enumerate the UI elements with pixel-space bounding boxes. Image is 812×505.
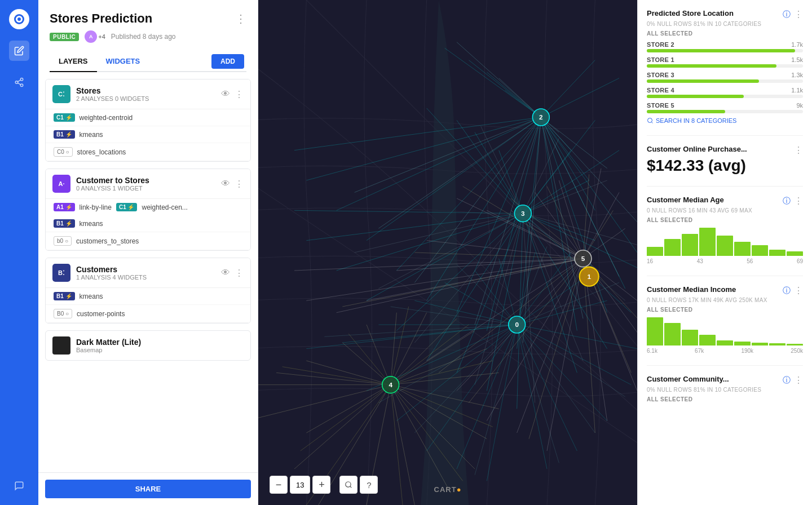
divider: [647, 276, 803, 276]
map-svg: 2 3 5 1 0 4: [258, 0, 637, 505]
widget-menu-icon-community[interactable]: ⋮: [794, 375, 803, 386]
layer-header-customer-to-stores: A· Customer to Stores 0 ANALYSIS 1 WIDGE…: [46, 169, 250, 198]
analysis-badge-b1-2: B1 ⚡: [54, 219, 75, 228]
layer-visibility-icon-stores[interactable]: 👁: [221, 89, 230, 99]
analysis-item: C1 ⚡ weighted-centroid: [46, 109, 250, 126]
nav-share-icon[interactable]: [9, 72, 29, 92]
analysis-row-double: A1 ⚡ link-by-line C1 ⚡ weighted-cen...: [46, 199, 250, 215]
widget-title-income: Customer Median Income: [647, 285, 736, 294]
layer-icon-customer-to-stores: A·: [52, 175, 70, 193]
search-categories-button[interactable]: SEARCH IN 8 CATEGORIES: [647, 117, 803, 124]
nav-edit-icon[interactable]: [9, 41, 29, 61]
widget-stats-predicted: 0% NULL ROWS 81% IN 10 CATEGORIES: [647, 21, 803, 27]
map-area[interactable]: 2 3 5 1 0 4 − 13 + ? CART●: [258, 0, 637, 505]
analysis-badge-c1-2: C1 ⚡: [116, 203, 138, 211]
add-button[interactable]: ADD: [211, 54, 244, 69]
widget-stats-age: 0 NULL ROWS 16 MIN 43 AVG 69 MAX: [647, 207, 803, 214]
cat-label: STORE 5: [647, 102, 674, 109]
analysis-items-stores: C1 ⚡ weighted-centroid B1 ⚡ kmeans C0 ○ …: [46, 109, 250, 161]
svg-point-4: [15, 81, 18, 84]
layer-sub-customers: 1 ANALYSIS 4 WIDGETS: [76, 274, 215, 281]
analysis-name: link-by-line: [80, 203, 112, 211]
analysis-name: weighted-centroid: [80, 114, 133, 122]
layer-icon-customers: B⁚: [52, 264, 70, 282]
widget-info-icon-community[interactable]: ⓘ: [783, 375, 791, 386]
divider: [647, 365, 803, 366]
layer-menu-icon-customers[interactable]: ⋮: [235, 268, 244, 278]
widget-stats-community: 0% NULL ROWS 81% IN 10 CATEGORIES: [647, 387, 803, 393]
map-controls: − 13 + ?: [270, 476, 378, 494]
publish-time: Published 8 days ago: [111, 33, 176, 41]
analysis-badge-b1-3: B1 ⚡: [54, 292, 75, 300]
cat-label: STORE 1: [647, 56, 674, 63]
hist-bar: [717, 236, 733, 256]
widget-customer-community: Customer Community... ⓘ ⋮ 0% NULL ROWS 8…: [647, 375, 803, 402]
svg-point-187: [346, 482, 351, 487]
layer-menu-icon-customer-to-stores[interactable]: ⋮: [235, 179, 244, 189]
hist-bar: [734, 342, 751, 346]
analysis-name: customers_to_stores: [76, 237, 139, 245]
hist-bar: [647, 247, 663, 256]
layer-visibility-icon-customer-to-stores[interactable]: 👁: [221, 179, 230, 189]
widget-menu-icon-age[interactable]: ⋮: [794, 196, 803, 206]
tab-widgets[interactable]: WIDGETS: [97, 52, 149, 72]
hist-bar: [717, 340, 733, 346]
widget-selected-income: ALL SELECTED: [647, 307, 803, 313]
layer-sub-stores: 2 ANALYSES 0 WIDGETS: [76, 95, 215, 102]
widget-selected-predicted: ALL SELECTED: [647, 30, 803, 37]
layers-list: C⁚ Stores 2 ANALYSES 0 WIDGETS 👁 ⋮ C1 ⚡ …: [38, 72, 258, 472]
category-bar-store1: STORE 1 1.5k: [647, 56, 803, 68]
analysis-badge-a1: A1 ⚡: [54, 203, 75, 211]
widget-info-icon-income[interactable]: ⓘ: [783, 286, 791, 296]
basemap-title: Dark Matter (Lite): [76, 338, 244, 347]
analysis-name: customer-points: [77, 310, 125, 318]
hist-bar: [699, 335, 716, 345]
zoom-out-button[interactable]: −: [270, 476, 288, 494]
map-search-button[interactable]: [339, 476, 358, 494]
layer-title-stores: Stores: [76, 86, 215, 95]
hist-bar: [647, 317, 663, 345]
nav-chat-icon[interactable]: [9, 476, 29, 496]
hist-bar: [682, 234, 698, 256]
basemap-card: Dark Matter (Lite) Basemap: [45, 330, 251, 361]
hist-bar: [734, 242, 751, 256]
layer-title-customers: Customers: [76, 265, 215, 274]
svg-text:4: 4: [389, 381, 392, 388]
svg-line-6: [17, 83, 20, 85]
title-menu-icon[interactable]: ⋮: [235, 12, 246, 25]
hist-bar: [664, 323, 681, 346]
right-panel: Predicted Store Location ⓘ ⋮ 0% NULL ROW…: [637, 0, 812, 505]
map-title: Stores Prediction: [50, 11, 152, 26]
hist-bar: [752, 245, 768, 256]
analysis-name: kmeans: [80, 293, 103, 300]
carto-logo: CART●: [434, 485, 462, 494]
layer-header-customers: B⁚ Customers 1 ANALYSIS 4 WIDGETS 👁 ⋮: [46, 258, 250, 287]
widget-menu-icon-income[interactable]: ⋮: [794, 285, 803, 296]
layer-icon-stores: C⁚: [52, 85, 70, 103]
map-help-button[interactable]: ?: [360, 476, 378, 494]
widget-info-icon-predicted[interactable]: ⓘ: [783, 10, 791, 20]
layer-visibility-icon-customers[interactable]: 👁: [221, 268, 230, 278]
zoom-in-button[interactable]: +: [312, 476, 330, 494]
svg-text:3: 3: [521, 210, 525, 217]
hist-bar: [787, 344, 803, 345]
hist-bar: [664, 239, 681, 256]
analysis-item: b0 ○ customers_to_stores: [46, 232, 250, 250]
analysis-item: B1 ⚡ kmeans: [46, 215, 250, 232]
share-button[interactable]: SHARE: [45, 480, 251, 498]
histogram-age: [647, 228, 803, 256]
widget-selected-community: ALL SELECTED: [647, 396, 803, 402]
basemap-subtitle: Basemap: [76, 347, 244, 353]
tab-layers[interactable]: LAYERS: [50, 52, 97, 72]
cat-value: 1.1k: [791, 87, 803, 94]
widget-menu-icon-purchase[interactable]: ⋮: [794, 145, 803, 156]
layer-menu-icon-stores[interactable]: ⋮: [235, 89, 244, 100]
svg-text:1: 1: [587, 273, 591, 280]
histogram-income-labels: 6.1k 67k 190k 250k: [647, 348, 803, 354]
analysis-badge-b0-2: B0 ○: [54, 309, 72, 318]
widget-menu-icon-predicted[interactable]: ⋮: [794, 9, 803, 20]
left-panel: Stores Prediction ⋮ PUBLIC A +4 Publishe…: [38, 0, 258, 505]
widget-info-icon-age[interactable]: ⓘ: [783, 196, 791, 206]
app-logo[interactable]: [9, 9, 29, 29]
category-bar-store5: STORE 5 9k: [647, 102, 803, 113]
